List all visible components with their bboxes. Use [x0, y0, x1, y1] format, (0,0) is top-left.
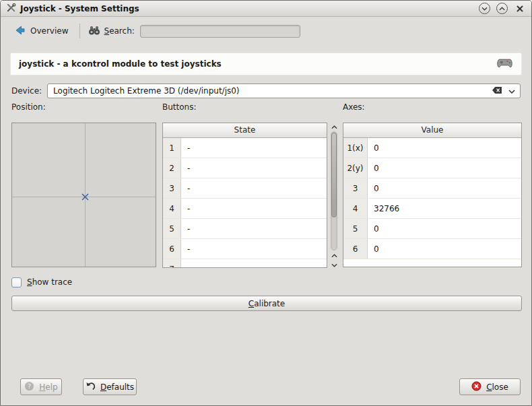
maximize-button[interactable]	[496, 3, 508, 14]
toolbar: Overview Search:	[1, 17, 531, 45]
axes-table-row[interactable]: 2(y) 0	[343, 158, 521, 178]
axes-table-row[interactable]: 1(x) 0	[343, 138, 521, 158]
close-icon	[471, 381, 481, 393]
help-icon: ?	[24, 381, 34, 393]
defaults-button[interactable]: Defaults	[83, 378, 137, 395]
axes-table-row[interactable]: 3 0	[343, 178, 521, 199]
module-header: joystick - a kcontrol module to test joy…	[10, 53, 522, 75]
position-label: Position:	[11, 102, 46, 112]
button-state: -	[181, 219, 327, 238]
axis-number: 1(x)	[343, 138, 368, 158]
close-button[interactable]: Close	[459, 378, 521, 395]
module-title: joystick - a kcontrol module to test joy…	[19, 59, 222, 69]
close-window-button[interactable]	[514, 3, 526, 15]
show-trace-checkbox[interactable]	[11, 277, 22, 287]
position-display	[11, 123, 156, 267]
chevron-down-icon	[331, 263, 337, 267]
window: Joystick - System Settings Overview	[0, 0, 532, 406]
axis-value: 0	[368, 219, 521, 238]
axis-number: 3	[343, 178, 368, 198]
button-state: -	[181, 178, 327, 198]
chevron-down-icon	[481, 7, 488, 11]
button-number: 5	[163, 219, 181, 238]
button-number: 7	[163, 259, 181, 268]
scroll-up-button[interactable]	[331, 123, 337, 131]
back-arrow-icon	[14, 24, 26, 38]
chevron-up-icon	[331, 125, 337, 129]
buttons-table-row[interactable]: 3 -	[163, 178, 327, 199]
buttons-scrollbar[interactable]	[329, 123, 339, 268]
titlebar[interactable]: Joystick - System Settings	[1, 1, 531, 17]
buttons-table-row[interactable]: 6 -	[163, 239, 327, 259]
button-state: -	[181, 239, 327, 259]
close-icon	[516, 5, 524, 13]
button-state: -	[181, 259, 327, 268]
button-number: 3	[163, 178, 181, 198]
search-label: Search:	[104, 26, 135, 36]
buttons-table-row[interactable]: 4 -	[163, 199, 327, 219]
device-label: Device:	[11, 86, 42, 96]
show-trace-label: Show trace	[27, 277, 72, 287]
axes-table-row[interactable]: 6 0	[343, 239, 521, 259]
axes-table: Value 1(x) 0 2(y) 0 3 0 4 32766 5 0 6 0	[343, 123, 522, 267]
axis-value: 0	[368, 239, 521, 259]
axis-number: 6	[343, 239, 368, 259]
device-row: Device: Logitech Logitech Extreme 3D (/d…	[11, 83, 521, 99]
chevron-up-icon	[331, 254, 337, 258]
device-combobox[interactable]: Logitech Logitech Extreme 3D (/dev/input…	[47, 83, 521, 98]
buttons-table: State 1 - 2 - 3 - 4 - 5 - 6 - 7 -	[162, 123, 327, 268]
button-state: -	[181, 199, 327, 218]
svg-text:?: ?	[28, 382, 31, 390]
window-title: Joystick - System Settings	[20, 4, 139, 13]
button-number: 1	[163, 138, 181, 158]
button-number: 6	[163, 239, 181, 259]
help-label: Help	[39, 382, 57, 392]
scrollbar-track[interactable]	[331, 131, 337, 250]
defaults-label: Defaults	[100, 382, 134, 392]
chevron-down-icon	[508, 86, 515, 96]
overview-label: Overview	[30, 26, 69, 36]
buttons-table-row[interactable]: 7 -	[163, 259, 327, 268]
axes-table-row[interactable]: 4 32766	[343, 199, 521, 219]
button-number: 2	[163, 158, 181, 178]
calibrate-button[interactable]: Calibrate	[11, 296, 522, 311]
buttons-table-row[interactable]: 1 -	[163, 138, 327, 158]
axis-value: 32766	[368, 199, 521, 218]
minimize-button[interactable]	[479, 3, 490, 14]
search-input[interactable]	[140, 25, 300, 38]
chevron-up-icon	[499, 7, 505, 11]
search-icon	[88, 26, 100, 37]
axes-table-row[interactable]: 5 0	[343, 219, 521, 239]
close-label: Close	[486, 382, 508, 392]
buttons-table-header: State	[163, 123, 327, 138]
axis-number: 5	[343, 219, 368, 238]
scroll-up-button[interactable]	[331, 250, 337, 260]
show-trace-row: Show trace	[11, 276, 72, 288]
axis-value: 0	[368, 158, 521, 178]
axis-value: 0	[368, 138, 521, 158]
axis-value: 0	[368, 178, 521, 198]
toolbar-separator	[79, 24, 80, 38]
button-state: -	[181, 158, 327, 178]
undo-icon	[86, 381, 96, 393]
buttons-label: Buttons:	[162, 102, 197, 112]
joystick-icon	[496, 57, 513, 71]
button-state: -	[181, 138, 327, 158]
buttons-table-row[interactable]: 5 -	[163, 219, 327, 239]
scrollbar-step-buttons	[331, 250, 337, 268]
window-icon	[6, 3, 16, 15]
axes-label: Axes:	[343, 102, 365, 112]
scroll-down-button[interactable]	[331, 260, 337, 269]
buttons-table-row[interactable]: 2 -	[163, 158, 327, 178]
position-marker-icon	[81, 193, 89, 203]
help-button[interactable]: ? Help	[20, 378, 62, 395]
axes-table-header: Value	[343, 123, 521, 138]
button-number: 4	[163, 199, 181, 218]
axis-number: 2(y)	[343, 158, 368, 178]
window-buttons	[479, 3, 526, 15]
overview-button[interactable]: Overview	[10, 22, 73, 41]
clear-icon[interactable]	[492, 86, 502, 96]
device-value: Logitech Logitech Extreme 3D (/dev/input…	[53, 86, 486, 96]
axis-number: 4	[343, 199, 368, 218]
scrollbar-thumb[interactable]	[331, 133, 337, 217]
